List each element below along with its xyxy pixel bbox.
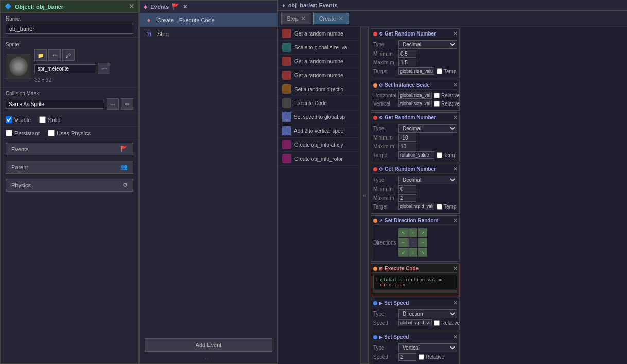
action-get-random-2[interactable]: Get a random numbe — [278, 55, 360, 68]
input-target-3[interactable] — [398, 203, 434, 210]
row-max-1: Maxim.m — [373, 59, 457, 66]
dir-cell-w[interactable]: ← — [398, 238, 408, 247]
collision-edit-icon[interactable]: ✏ — [121, 98, 133, 110]
action-get-random-3[interactable]: Get a random numbe — [278, 68, 360, 82]
input-min-2[interactable] — [398, 134, 416, 142]
tab-create[interactable]: Create ✕ — [314, 13, 349, 24]
action-set-speed-global[interactable]: Set speed to global.sp — [278, 110, 360, 124]
select-speed-type-2[interactable]: Vertical — [398, 343, 457, 352]
rel-label-v: Relative — [441, 101, 460, 107]
action-add-vertical[interactable]: Add 2 to vertical spee — [278, 124, 360, 138]
event-item-create[interactable]: ♦ Create - Execute Code — [140, 13, 277, 27]
close-execute[interactable]: ✕ — [453, 266, 457, 271]
uses-physics-checkbox[interactable] — [48, 130, 55, 136]
close-random-1[interactable]: ✕ — [453, 31, 457, 37]
dir-cell-s[interactable]: ↓ — [408, 248, 417, 257]
collision-input[interactable] — [6, 100, 104, 109]
input-min-1[interactable] — [398, 50, 416, 58]
row-horizontal: Horizontal Relative — [373, 92, 457, 99]
events-panel-close[interactable]: ✕ — [183, 4, 187, 10]
events-button[interactable]: Events 🚩 — [6, 143, 133, 155]
check-temp-3[interactable] — [437, 204, 442, 210]
prop-title-scale: Set Instance Scale — [385, 82, 430, 88]
input-target-2[interactable] — [398, 151, 434, 159]
check-rel-h[interactable] — [434, 93, 440, 98]
event-tabs-bar: Step ✕ Create ✕ — [278, 11, 627, 27]
dir-cell-n[interactable]: ↑ — [408, 228, 417, 237]
row-speed-val-1: Speed Relative — [373, 319, 457, 326]
action-label-speed-global: Set speed to global.sp — [294, 114, 345, 120]
event-item-step[interactable]: ⊞ Step — [140, 27, 277, 41]
input-max-2[interactable] — [398, 143, 416, 150]
tab-create-close[interactable]: ✕ — [338, 15, 343, 22]
persistent-checkbox[interactable] — [6, 130, 12, 136]
sprite-folder-icon[interactable]: 📁 — [34, 49, 47, 61]
sprite-pencil-icon[interactable]: 🖊 — [62, 49, 75, 61]
input-horizontal[interactable] — [398, 92, 432, 99]
select-type-1[interactable]: Decimal — [398, 40, 457, 49]
collision-more-icon[interactable]: ⋯ — [107, 98, 119, 110]
dot-direction — [373, 219, 377, 223]
panel-bottom-dots: · · · — [140, 356, 277, 363]
dir-cell-ne[interactable]: ↗ — [418, 228, 427, 237]
sprite-preview[interactable] — [6, 54, 31, 79]
relative-speed-2: Relative — [419, 354, 444, 360]
select-type-3[interactable]: Decimal — [398, 176, 457, 184]
input-speed-2[interactable] — [398, 353, 416, 361]
sprite-name-input[interactable] — [34, 64, 96, 73]
row-vertical-scale: Vertical Relative — [373, 100, 457, 107]
action-create-info[interactable]: Create obj_info at x,y — [278, 138, 360, 152]
label-speed-type-1: Type — [373, 311, 396, 317]
select-speed-type-1[interactable]: Direction — [398, 309, 457, 318]
row-target-2: Target Temp — [373, 151, 457, 159]
close-direction[interactable]: ✕ — [453, 218, 457, 223]
input-max-3[interactable] — [398, 194, 416, 202]
action-icon-direction — [282, 84, 291, 94]
dir-cell-center[interactable]: · — [408, 238, 417, 247]
add-event-button[interactable]: Add Event — [145, 338, 272, 352]
tab-step[interactable]: Step ✕ — [281, 13, 311, 24]
select-type-2[interactable]: Decimal — [398, 124, 457, 133]
action-get-random-1[interactable]: Get a random numbe — [278, 27, 360, 41]
prop-get-random-3: ⚙ Get Random Number ✕ Type Decimal Minim… — [371, 164, 460, 214]
check-rel-speed-2[interactable] — [419, 354, 424, 360]
close-scale[interactable]: ✕ — [453, 82, 457, 88]
physics-button[interactable]: Physics ⚙ — [6, 179, 133, 192]
sprite-more-icon[interactable]: ⋯ — [98, 63, 110, 74]
action-set-direction[interactable]: Set a random directio — [278, 82, 360, 96]
close-speed-1[interactable]: ✕ — [453, 300, 457, 306]
dir-cell-e[interactable]: → — [418, 238, 427, 247]
tab-step-close[interactable]: ✕ — [301, 15, 306, 22]
row-speed-type-1: Type Direction — [373, 309, 457, 318]
action-label-scale: Scale to global.size_va — [294, 45, 347, 50]
action-execute-code[interactable]: Execute Code — [278, 96, 360, 110]
close-random-3[interactable]: ✕ — [453, 166, 457, 172]
collapse-button[interactable]: ‹‹ — [360, 27, 369, 364]
close-speed-2[interactable]: ✕ — [453, 334, 457, 340]
input-min-3[interactable] — [398, 185, 416, 193]
check-rel-speed-1[interactable] — [434, 320, 440, 326]
name-input[interactable] — [6, 24, 133, 34]
close-random-2[interactable]: ✕ — [453, 115, 457, 120]
visible-checkbox[interactable] — [6, 116, 12, 123]
input-vertical-scale[interactable] — [398, 100, 432, 107]
sprite-edit-icon[interactable]: ✏ — [48, 49, 61, 61]
object-panel-close[interactable]: ✕ — [129, 3, 134, 10]
prop-title-random-2: Get Random Number — [385, 115, 436, 120]
event-step-icon: ⊞ — [145, 30, 153, 38]
action-scale[interactable]: Scale to global.size_va — [278, 41, 360, 55]
code-scrollbar[interactable] — [373, 290, 457, 293]
check-rel-v[interactable] — [434, 101, 440, 107]
dir-cell-nw[interactable]: ↖ — [398, 228, 408, 237]
rel-label-h: Relative — [441, 93, 460, 98]
input-speed-1[interactable] — [398, 319, 432, 326]
dir-cell-sw[interactable]: ↙ — [398, 248, 408, 257]
parent-button[interactable]: Parent 👥 — [6, 161, 133, 174]
dir-cell-se[interactable]: ↘ — [418, 248, 427, 257]
solid-checkbox[interactable] — [39, 116, 46, 123]
check-temp-1[interactable] — [437, 68, 442, 74]
action-create-rotor[interactable]: Create obj_info_rotor — [278, 152, 360, 166]
check-temp-2[interactable] — [437, 152, 442, 158]
input-max-1[interactable] — [398, 59, 416, 66]
input-target-1[interactable] — [398, 67, 434, 75]
